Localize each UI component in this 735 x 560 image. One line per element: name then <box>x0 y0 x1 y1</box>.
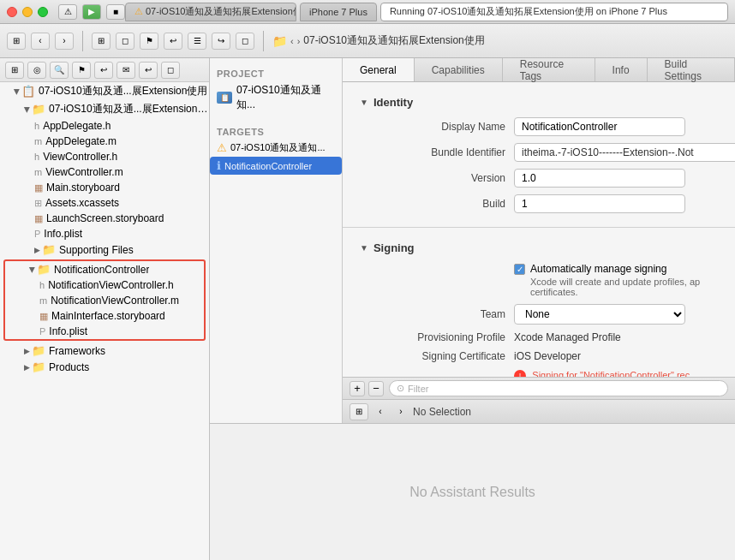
tab-running[interactable]: Running 07-iOS10通知及通知拓展Extension使用 on iP… <box>380 3 728 21</box>
sidebar-item-target-group[interactable]: ▶ 📁 07-iOS10通知及通...展Extension使用 <box>0 100 209 118</box>
display-name-input[interactable] <box>514 117 685 136</box>
tab-device[interactable]: iPhone 7 Plus <box>300 3 377 21</box>
breadcrumb-bar: 📁 ‹ › 07-iOS10通知及通知拓展Extension使用 <box>272 33 728 48</box>
filter-bar: + − ⊙ Filter <box>343 377 735 399</box>
settings-content: ▼ Identity Display Name Bundle Identifie… <box>343 82 735 377</box>
team-select[interactable]: None <box>514 304 685 325</box>
sidebar-item-main-storyboard[interactable]: ▦ Main.storyboard <box>0 180 209 195</box>
scheme-icon[interactable]: ⚠ <box>58 4 77 20</box>
toolbar-btn-a[interactable]: ⊞ <box>92 33 111 50</box>
sidebar-item-notifvc-h[interactable]: h NotificationViewController.h <box>5 277 204 293</box>
bottom-forward-btn[interactable]: › <box>392 404 409 420</box>
nav-btn-7[interactable]: ↩ <box>139 62 158 79</box>
version-label: Version <box>360 172 505 184</box>
nav-btn-3[interactable]: 🔍 <box>50 62 69 79</box>
bundle-id-input[interactable] <box>514 143 735 162</box>
toolbar-btn-e[interactable]: ☰ <box>188 33 206 50</box>
tab-resource-tags[interactable]: Resource Tags <box>503 58 595 81</box>
remove-target-button[interactable]: − <box>368 381 384 396</box>
bottom-grid-btn[interactable]: ⊞ <box>350 403 368 420</box>
build-row: Build <box>360 194 718 213</box>
minimize-button[interactable] <box>22 7 33 17</box>
bundle-id-row: Bundle Identifier <box>360 143 718 162</box>
sidebar-item-project-root[interactable]: ▶ 📋 07-iOS10通知及通...展Extension使用 <box>0 82 209 100</box>
auto-manage-checkbox-area: ✓ Automatically manage signing Xcode wil… <box>514 263 718 297</box>
nav-target-1[interactable]: ⚠ 07-iOS10通知及通知... <box>210 139 342 157</box>
build-input[interactable] <box>514 194 685 213</box>
toolbar-back-btn[interactable]: ‹ <box>31 33 50 50</box>
nav-target-2[interactable]: ℹ NotificationController <box>210 157 342 175</box>
tab-bar: ⚠ 07-iOS10通知及通知拓展Extension使用 iPhone 7 Pl… <box>125 3 728 21</box>
team-label: Team <box>360 308 505 320</box>
sidebar-item-info-plist-2[interactable]: P Info.plist <box>5 324 204 339</box>
divider-1 <box>343 227 735 228</box>
nav-btn-2[interactable]: ◎ <box>27 62 46 79</box>
maximize-button[interactable] <box>38 7 48 17</box>
main-layout: ⊞ ◎ 🔍 ⚑ ↩ ✉ ↩ ◻ ▶ 📋 07-iOS10通知及通...展Exte… <box>0 58 735 560</box>
auto-manage-checkbox-row: ✓ Automatically manage signing <box>514 263 718 275</box>
tab-info[interactable]: Info <box>595 58 648 81</box>
toolbar-btn-c[interactable]: ⚑ <box>140 33 158 50</box>
file-navigator: ⊞ ◎ 🔍 ⚑ ↩ ✉ ↩ ◻ ▶ 📋 07-iOS10通知及通...展Exte… <box>0 58 210 560</box>
toolbar-btn-d[interactable]: ↩ <box>164 33 182 50</box>
cert-label: Signing Certificate <box>360 350 505 362</box>
project-section-label: PROJECT <box>210 63 342 80</box>
breadcrumb-forward[interactable]: › <box>297 36 301 46</box>
add-target-button[interactable]: + <box>350 381 365 396</box>
tab-running-label: Running 07-iOS10通知及通知拓展Extension使用 on iP… <box>390 5 667 18</box>
editor-tabs: General Capabilities Resource Tags Info <box>343 58 735 82</box>
sidebar-item-notif-controller-folder[interactable]: ▶ 📁 NotificationController <box>5 261 204 277</box>
triangle-icon-6: ▶ <box>24 363 30 372</box>
sidebar-item-supporting-files[interactable]: ▶ 📁 Supporting Files <box>0 241 209 258</box>
nav-btn-4[interactable]: ⚑ <box>72 62 91 79</box>
nav-toolbar: ⊞ ◎ 🔍 ⚑ ↩ ✉ ↩ ◻ <box>0 58 209 82</box>
sidebar-item-viewcontroller-m[interactable]: m ViewController.m <box>0 164 209 180</box>
project-file-icon: 📋 <box>21 85 35 98</box>
nav-btn-8[interactable]: ◻ <box>161 62 180 79</box>
toolbar-btn-g[interactable]: ◻ <box>236 33 254 50</box>
settings-editor: General Capabilities Resource Tags Info <box>343 58 735 423</box>
tab-capabilities[interactable]: Capabilities <box>415 58 503 81</box>
provisioning-row: Provisioning Profile Xcode Managed Profi… <box>360 331 718 343</box>
sidebar-item-products[interactable]: ▶ 📁 Products <box>0 359 209 375</box>
h-file-icon-3: h <box>39 280 45 290</box>
close-button[interactable] <box>7 7 17 17</box>
sidebar-item-assets[interactable]: ⊞ Assets.xcassets <box>0 195 209 211</box>
tab-build-settings[interactable]: Build Settings <box>648 58 735 81</box>
nav-project-item[interactable]: 📋 07-iOS10通知及通知... <box>210 80 342 115</box>
toolbar-forward-btn[interactable]: › <box>55 33 74 50</box>
nav-grid-btn[interactable]: ⊞ <box>5 62 24 79</box>
filter-input-area[interactable]: ⊙ Filter <box>389 380 728 396</box>
build-label: Build <box>360 198 505 210</box>
breadcrumb-back[interactable]: ‹ <box>290 36 294 46</box>
bottom-nav-bar: ⊞ ‹ › No Selection <box>343 399 735 423</box>
content-main: PROJECT 📋 07-iOS10通知及通知... TARGETS ⚠ 07-… <box>210 58 735 423</box>
bottom-back-btn[interactable]: ‹ <box>372 404 389 420</box>
tab-project[interactable]: ⚠ 07-iOS10通知及通知拓展Extension使用 <box>125 3 296 21</box>
toolbar-btn-b[interactable]: ◻ <box>116 33 134 50</box>
sidebar-item-launch-storyboard[interactable]: ▦ LaunchScreen.storyboard <box>0 211 209 226</box>
nav-project-label: 07-iOS10通知及通知... <box>236 83 335 112</box>
sidebar-item-frameworks[interactable]: ▶ 📁 Frameworks <box>0 343 209 359</box>
nav-btn-5[interactable]: ↩ <box>94 62 113 79</box>
nav-btn-6[interactable]: ✉ <box>117 62 135 79</box>
sidebar-item-main-interface[interactable]: ▦ MainInterface.storyboard <box>5 308 204 324</box>
version-input[interactable] <box>514 169 685 188</box>
plist-icon-1: P <box>34 229 40 239</box>
targets-panel: PROJECT 📋 07-iOS10通知及通知... TARGETS ⚠ 07-… <box>210 58 343 423</box>
sidebar-item-info-plist-1[interactable]: P Info.plist <box>0 226 209 241</box>
project-tab-icon: ⚠ <box>134 6 143 17</box>
toolbar-btn-f[interactable]: ↪ <box>212 33 230 50</box>
sidebar-item-appdelegate-m[interactable]: m AppDelegate.m <box>0 134 209 149</box>
auto-manage-checkbox[interactable]: ✓ <box>514 264 525 275</box>
sidebar-item-appdelegate-h[interactable]: h AppDelegate.h <box>0 118 209 134</box>
breadcrumb-project-icon: 📁 <box>272 34 287 48</box>
sidebar-item-viewcontroller-h[interactable]: h ViewController.h <box>0 149 209 164</box>
stop-button[interactable]: ■ <box>106 4 125 20</box>
toolbar-grid-btn[interactable]: ⊞ <box>7 33 26 50</box>
triangle-icon-5: ▶ <box>24 347 30 355</box>
warn-icon-1: ⚠ <box>217 141 227 154</box>
sidebar-item-notifvc-m[interactable]: m NotificationViewController.m <box>5 293 204 308</box>
tab-general[interactable]: General <box>343 58 415 81</box>
run-button[interactable]: ▶ <box>82 4 101 20</box>
